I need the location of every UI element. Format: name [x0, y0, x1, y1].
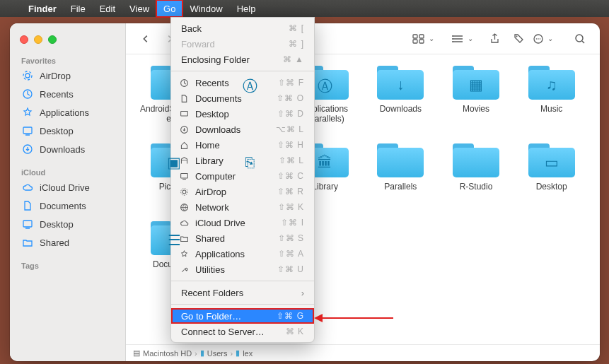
- clock-icon: [21, 88, 34, 100]
- crumb-separator: ›: [195, 349, 197, 358]
- menu-item-back[interactable]: Back⌘ [: [171, 20, 314, 36]
- cloud-icon: [178, 217, 190, 228]
- sidebar-item-desktop-icloud[interactable]: Desktop: [10, 215, 125, 233]
- back-button[interactable]: [136, 29, 156, 49]
- folder-label: R-Studio: [460, 182, 493, 201]
- sidebar-item-label: Recents: [40, 89, 74, 100]
- svg-point-1: [23, 71, 32, 80]
- menu-item-shortcut: ⇧⌘ G: [277, 311, 304, 321]
- sidebar-item-documents[interactable]: Documents: [10, 196, 125, 215]
- menu-item-connect-to-server[interactable]: Connect to Server…⌘ K: [171, 324, 314, 339]
- folder-item[interactable]: ▭Desktop: [517, 142, 586, 201]
- sidebar-item-icloud-drive[interactable]: iCloud Drive: [10, 178, 125, 196]
- menu-item-label: Computer: [195, 171, 272, 182]
- menu-item-shortcut: ⇧⌘ C: [277, 171, 304, 181]
- menu-go[interactable]: Go: [156, 0, 182, 17]
- menu-item-shortcut: ⇧⌘ R: [277, 187, 304, 196]
- menu-view[interactable]: View: [122, 0, 156, 17]
- menu-item-shortcut: ⌘ ▲: [283, 54, 304, 64]
- sidebar-item-desktop[interactable]: Desktop: [10, 122, 125, 140]
- sidebar-item-label: iCloud Drive: [40, 182, 90, 193]
- menu-item-enclosing-folder[interactable]: Enclosing Folder⌘ ▲: [171, 52, 314, 67]
- search-button[interactable]: [570, 29, 590, 49]
- folder-icon: [453, 142, 499, 177]
- menu-item-shortcut: ⌘ K: [286, 327, 304, 336]
- svg-point-17: [540, 38, 541, 40]
- sidebar-item-label: Desktop: [40, 126, 74, 136]
- menu-item-utilities[interactable]: Utilities⇧⌘ U: [171, 262, 314, 277]
- menu-item-shortcut: ⇧⌘ S: [278, 233, 304, 243]
- menu-item-shortcut: ⇧⌘ O: [277, 93, 304, 103]
- sidebar-item-downloads[interactable]: Downloads: [10, 140, 125, 158]
- sidebar-item-airdrop[interactable]: AirDrop: [10, 66, 125, 85]
- sidebar-item-label: AirDrop: [40, 71, 71, 81]
- menu-file[interactable]: File: [64, 0, 93, 17]
- menu-item-desktop[interactable]: Desktop⇧⌘ D: [171, 106, 314, 122]
- folder-item[interactable]: Parallels: [366, 142, 435, 201]
- menu-item-label: Applications: [195, 249, 272, 259]
- action-button[interactable]: ⌄: [533, 29, 553, 49]
- folder-icon: ▦: [453, 64, 499, 100]
- svg-point-16: [538, 38, 539, 40]
- menu-item-shortcut: ⇧⌘ I: [281, 218, 304, 228]
- menu-edit[interactable]: Edit: [93, 0, 122, 17]
- menu-item-shortcut: ⌥⌘ L: [276, 124, 304, 134]
- applications-icon: [178, 248, 190, 259]
- sidebar-item-label: Downloads: [40, 144, 85, 155]
- menu-item-shortcut: ⌘ [: [289, 23, 304, 33]
- close-button[interactable]: [20, 35, 28, 44]
- share-button[interactable]: [485, 29, 504, 49]
- folder-item[interactable]: ↓Downloads: [366, 64, 435, 124]
- svg-point-12: [452, 41, 453, 42]
- svg-point-13: [516, 36, 517, 37]
- menu-item-label: Connect to Server…: [181, 327, 280, 337]
- path-crumb[interactable]: ▤Macintosh HD: [133, 348, 192, 358]
- path-crumb[interactable]: ▮lex: [236, 348, 253, 358]
- crumb-separator: ›: [230, 349, 233, 358]
- minimize-button[interactable]: [34, 35, 42, 44]
- hdd-icon: ▤: [133, 348, 140, 358]
- svg-rect-7: [419, 35, 424, 38]
- menu-separator: [171, 71, 314, 71]
- menu-separator: [171, 304, 314, 305]
- menu-item-recent-folders[interactable]: Recent Folders›: [171, 285, 314, 300]
- path-crumb[interactable]: ▮Users: [200, 348, 228, 358]
- chevron-right-icon: ›: [301, 288, 304, 298]
- zoom-button[interactable]: [48, 35, 57, 44]
- folder-item[interactable]: ▦Movies: [442, 64, 511, 124]
- folder-item[interactable]: R-Studio: [442, 142, 511, 201]
- svg-rect-22: [180, 173, 187, 178]
- svg-point-15: [536, 38, 538, 40]
- airdrop-icon: [178, 186, 190, 197]
- menu-item-network[interactable]: Network⇧⌘ K: [171, 199, 314, 215]
- menu-item-airdrop[interactable]: AirDrop⇧⌘ R: [171, 184, 314, 199]
- network-icon: [178, 201, 190, 213]
- tag-button[interactable]: [509, 29, 528, 49]
- menu-item-shortcut: ⇧⌘ U: [277, 264, 304, 274]
- folder-label: Downloads: [380, 104, 422, 124]
- document-icon: [178, 93, 190, 104]
- window-controls: [10, 34, 125, 54]
- desktop-icon: [21, 218, 34, 230]
- crumb-label: Users: [207, 349, 228, 358]
- menu-window[interactable]: Window: [182, 0, 229, 17]
- folder-item[interactable]: ♫Music: [517, 64, 586, 124]
- sidebar-item-applications[interactable]: Applications: [10, 103, 125, 122]
- menu-help[interactable]: Help: [230, 0, 263, 17]
- app-name[interactable]: Finder: [21, 0, 64, 17]
- menu-item-icloud-drive[interactable]: iCloud Drive⇧⌘ I: [171, 215, 314, 230]
- folder-label: Library: [312, 182, 338, 201]
- sidebar-item-shared[interactable]: Shared: [10, 233, 125, 252]
- menu-item-shortcut: ⇧⌘ H: [277, 140, 304, 150]
- sidebar-item-label: Applications: [40, 107, 89, 118]
- menu-item-go-to-folder[interactable]: Go to Folder…⇧⌘ G: [171, 308, 314, 324]
- menu-item-shortcut: ⇧⌘ K: [278, 202, 304, 212]
- menu-item-label: Downloads: [195, 124, 270, 135]
- view-mode-button[interactable]: ⌄: [412, 29, 434, 49]
- sidebar-item-recents[interactable]: Recents: [10, 85, 125, 103]
- group-by-button[interactable]: ⌄: [451, 29, 473, 49]
- crumb-label: lex: [243, 349, 253, 358]
- menu-item-home[interactable]: Home⇧⌘ H: [171, 137, 314, 153]
- menu-item-downloads[interactable]: Downloads⌥⌘ L: [171, 122, 314, 137]
- sidebar-item-label: Shared: [40, 237, 69, 248]
